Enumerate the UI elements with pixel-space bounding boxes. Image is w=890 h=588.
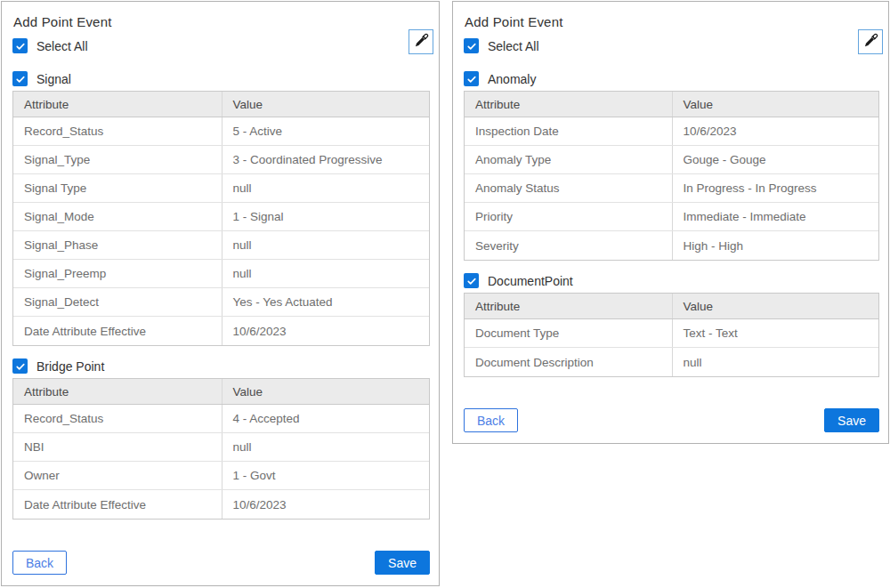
page-title: Add Point Event [465, 14, 879, 29]
attribute-cell: Date Attribute Effective [13, 317, 222, 345]
value-column-header: Value [222, 92, 430, 117]
table-row: Document Type Text - Text [465, 319, 878, 348]
value-cell: 10/6/2023 [222, 490, 430, 519]
checkmark-icon [466, 41, 477, 52]
value-cell: null [222, 260, 430, 287]
table-row: Anomaly Status In Progress - In Progress [465, 174, 878, 203]
table-row: Priority Immediate - Immediate [465, 203, 878, 231]
table-row: Signal_Phase null [13, 231, 429, 260]
attribute-cell: Inspection Date [465, 117, 672, 145]
attribute-cell: Severity [465, 231, 672, 260]
attribute-cell: Signal_Type [13, 146, 222, 173]
add-point-event-panel-left: Add Point Event Select All Signal Attrib… [1, 1, 440, 586]
back-button[interactable]: Back [464, 408, 518, 432]
section-label-bridge-point: Bridge Point [36, 359, 104, 374]
table-row: Inspection Date 10/6/2023 [465, 117, 878, 146]
value-cell: 1 - Signal [222, 203, 430, 230]
checkmark-icon [15, 74, 26, 85]
eyedropper-icon [862, 32, 879, 52]
attribute-cell: Record_Status [13, 405, 222, 432]
value-cell: In Progress - In Progress [672, 174, 879, 202]
table-header: Attribute Value [13, 92, 429, 117]
value-cell: 10/6/2023 [222, 317, 430, 345]
table-header: Attribute Value [13, 379, 429, 405]
section-label-anomaly: Anomaly [488, 72, 536, 86]
table-row: Signal_Detect Yes - Yes Actuated [13, 288, 429, 317]
panel-footer: Back Save [464, 408, 879, 432]
documentpoint-checkbox[interactable] [464, 273, 479, 288]
section-label-signal: Signal [36, 72, 71, 86]
value-column-header: Value [672, 92, 879, 117]
anomaly-table: Attribute Value Inspection Date 10/6/202… [464, 91, 879, 261]
save-button[interactable]: Save [375, 551, 430, 575]
checkmark-icon [466, 276, 477, 286]
eyedropper-button[interactable] [858, 29, 883, 54]
table-row: NBI null [13, 433, 429, 462]
attribute-cell: Record_Status [13, 117, 222, 145]
save-button[interactable]: Save [824, 408, 879, 432]
section-row-documentpoint: DocumentPoint [464, 273, 879, 288]
table-row: Date Attribute Effective 10/6/2023 [13, 317, 429, 345]
table-row: Signal_Mode 1 - Signal [13, 203, 429, 231]
section-label-documentpoint: DocumentPoint [488, 274, 573, 288]
value-cell: null [672, 348, 879, 376]
eyedropper-icon [413, 32, 430, 52]
value-cell: Gouge - Gouge [672, 146, 879, 173]
eyedropper-button[interactable] [409, 29, 433, 54]
table-row: Date Attribute Effective 10/6/2023 [13, 490, 429, 519]
table-row: Anomaly Type Gouge - Gouge [465, 146, 878, 174]
value-cell: null [222, 433, 430, 461]
attribute-cell: Priority [465, 203, 672, 230]
attribute-cell: Document Description [465, 348, 672, 376]
select-all-checkbox[interactable] [12, 38, 28, 53]
attribute-cell: NBI [13, 433, 222, 461]
select-all-label: Select All [488, 39, 539, 53]
bridge-point-table: Attribute Value Record_Status 4 - Accept… [12, 378, 430, 520]
checkmark-icon [466, 74, 477, 85]
documentpoint-table: Attribute Value Document Type Text - Tex… [464, 293, 879, 377]
value-cell: null [222, 174, 430, 202]
value-cell: 10/6/2023 [672, 117, 879, 145]
value-cell: null [222, 231, 430, 259]
select-all-row: Select All [464, 38, 879, 53]
value-cell: 1 - Govt [222, 462, 430, 489]
attribute-cell: Date Attribute Effective [13, 490, 222, 519]
value-column-header: Value [222, 379, 430, 404]
section-row-anomaly: Anomaly [464, 71, 879, 86]
attribute-cell: Anomaly Type [465, 146, 672, 173]
value-cell: Yes - Yes Actuated [222, 288, 430, 316]
table-header: Attribute Value [465, 92, 878, 117]
select-all-row: Select All [12, 38, 430, 53]
attribute-cell: Signal Type [13, 174, 222, 202]
attribute-column-header: Attribute [465, 92, 672, 117]
table-row: Signal Type null [13, 174, 429, 203]
table-row: Document Description null [465, 348, 878, 376]
attribute-cell: Anomaly Status [465, 174, 672, 202]
attribute-column-header: Attribute [465, 294, 672, 318]
signal-checkbox[interactable] [12, 71, 28, 86]
value-cell: High - High [672, 231, 879, 260]
value-cell: 4 - Accepted [222, 405, 430, 432]
anomaly-checkbox[interactable] [464, 71, 479, 86]
select-all-label: Select All [36, 39, 88, 53]
table-row: Signal_Preemp null [13, 260, 429, 288]
bridge-point-checkbox[interactable] [12, 358, 28, 374]
value-cell: 3 - Coordinated Progressive [222, 146, 430, 173]
table-row: Signal_Type 3 - Coordinated Progressive [13, 146, 429, 174]
back-button[interactable]: Back [12, 551, 67, 575]
attribute-cell: Signal_Phase [13, 231, 222, 259]
attribute-column-header: Attribute [13, 379, 222, 404]
table-row: Record_Status 4 - Accepted [13, 405, 429, 433]
attribute-cell: Signal_Mode [13, 203, 222, 230]
value-column-header: Value [672, 294, 879, 318]
checkmark-icon [15, 41, 26, 52]
attribute-cell: Document Type [465, 319, 672, 347]
value-cell: 5 - Active [222, 117, 430, 145]
value-cell: Text - Text [672, 319, 879, 347]
table-row: Record_Status 5 - Active [13, 117, 429, 146]
select-all-checkbox[interactable] [464, 38, 479, 53]
section-row-signal: Signal [12, 71, 430, 86]
signal-table: Attribute Value Record_Status 5 - Active… [12, 91, 430, 346]
page-title: Add Point Event [13, 14, 430, 29]
checkmark-icon [15, 361, 26, 372]
